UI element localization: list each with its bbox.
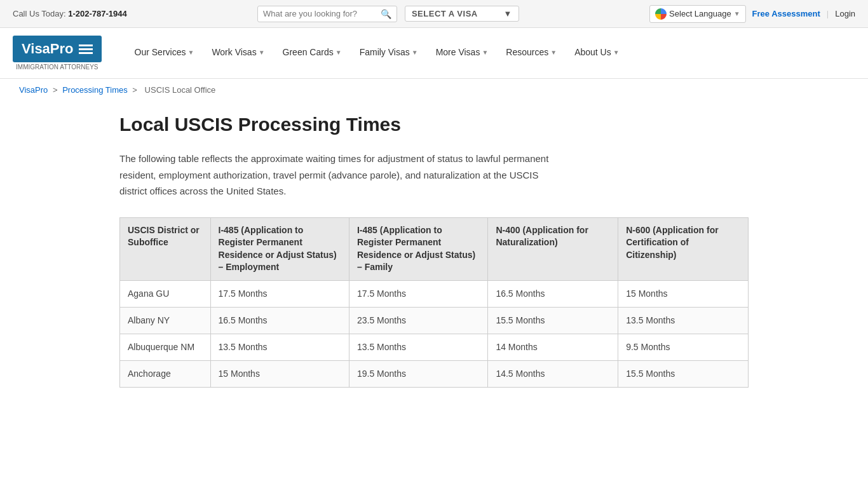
cell-col-4: 13.5 Months: [618, 307, 749, 334]
cell-col-3: 14.5 Months: [488, 360, 618, 387]
free-assessment-link[interactable]: Free Assessment: [752, 9, 820, 18]
google-g-icon: [655, 8, 667, 20]
nav-item-about-us[interactable]: About Us ▼: [567, 28, 627, 79]
processing-times-table: USCIS District or Suboffice I-485 (Appli…: [119, 217, 749, 388]
header-i485-family: I-485 (Application to Register Permanent…: [349, 217, 487, 280]
logo-text: VisaPro: [22, 41, 74, 57]
nav-item-work-visas[interactable]: Work Visas ▼: [204, 28, 272, 79]
separator: |: [827, 9, 829, 18]
cell-col-1: 17.5 Months: [210, 280, 349, 307]
chevron-down-icon: ▼: [504, 9, 512, 18]
nav-item-our-services[interactable]: Our Services ▼: [127, 28, 202, 79]
nav-label-more-visas: More Visas: [436, 47, 480, 57]
nav-label-work-visas: Work Visas: [212, 47, 256, 57]
search-icon[interactable]: 🔍: [381, 9, 391, 19]
nav-label-resources: Resources: [506, 47, 548, 57]
chevron-down-icon: ▼: [336, 49, 342, 56]
cell-col-4: 15 Months: [618, 280, 749, 307]
logo[interactable]: VisaPro IMMIGRATION ATTORNEYS: [13, 36, 102, 71]
chevron-down-icon: ▼: [613, 49, 620, 56]
table-header-row: USCIS District or Suboffice I-485 (Appli…: [120, 217, 749, 280]
nav-label-our-services: Our Services: [135, 47, 186, 57]
nav-links: Our Services ▼ Work Visas ▼ Green Cards …: [127, 28, 855, 79]
chevron-down-icon: ▼: [412, 49, 418, 56]
breadcrumb-current: USCIS Local Office: [145, 85, 216, 95]
call-label: Call Us Today:: [13, 9, 66, 18]
breadcrumb-visapro[interactable]: VisaPro: [19, 85, 48, 95]
table-row: Anchorage15 Months19.5 Months14.5 Months…: [120, 360, 749, 387]
nav-item-green-cards[interactable]: Green Cards ▼: [275, 28, 349, 79]
logo-subtitle: IMMIGRATION ATTORNEYS: [13, 64, 102, 71]
cell-col-2: 23.5 Months: [349, 307, 487, 334]
table-row: Agana GU17.5 Months17.5 Months16.5 Month…: [120, 280, 749, 307]
nav-bar: VisaPro IMMIGRATION ATTORNEYS Our Servic…: [0, 28, 868, 79]
main-content: Local USCIS Processing Times The followi…: [100, 101, 768, 413]
page-title: Local USCIS Processing Times: [119, 114, 749, 135]
header-i485-employment: I-485 (Application to Register Permanent…: [210, 217, 349, 280]
top-bar-right: Select Language ▼ Free Assessment | Logi…: [649, 5, 855, 23]
visa-select-label: SELECT A VISA: [412, 9, 478, 18]
cell-col-3: 15.5 Months: [488, 307, 618, 334]
cell-col-2: 13.5 Months: [349, 334, 487, 360]
login-link[interactable]: Login: [835, 9, 855, 18]
header-district: USCIS District or Suboffice: [120, 217, 211, 280]
cell-col-4: 9.5 Months: [618, 334, 749, 360]
breadcrumb-processing-times[interactable]: Processing Times: [62, 85, 128, 95]
cell-col-1: 15 Months: [210, 360, 349, 387]
cell-col-1: 13.5 Months: [210, 334, 349, 360]
logo-stripes: [79, 44, 93, 54]
page-description: The following table reflects the approxi…: [119, 151, 564, 200]
chevron-down-icon: ▼: [550, 49, 557, 56]
nav-label-green-cards: Green Cards: [283, 47, 334, 57]
nav-item-resources[interactable]: Resources ▼: [498, 28, 564, 79]
visa-select-dropdown[interactable]: SELECT A VISA ▼: [405, 6, 519, 22]
cell-col-4: 15.5 Months: [618, 360, 749, 387]
table-body: Agana GU17.5 Months17.5 Months16.5 Month…: [120, 280, 749, 387]
breadcrumb: VisaPro > Processing Times > USCIS Local…: [0, 79, 868, 101]
cell-col-3: 16.5 Months: [488, 280, 618, 307]
header-n600: N-600 (Application for Certification of …: [618, 217, 749, 280]
top-bar: Call Us Today: 1-202-787-1944 🔍 SELECT A…: [0, 0, 868, 28]
cell-district: Albany NY: [120, 307, 211, 334]
chevron-down-icon: ▼: [187, 49, 194, 56]
chevron-down-icon: ▼: [259, 49, 265, 56]
cell-col-1: 16.5 Months: [210, 307, 349, 334]
cell-col-2: 19.5 Months: [349, 360, 487, 387]
nav-label-about-us: About Us: [574, 47, 611, 57]
table-row: Albany NY16.5 Months23.5 Months15.5 Mont…: [120, 307, 749, 334]
top-bar-center: 🔍 SELECT A VISA ▼: [257, 6, 519, 22]
translate-label: Select Language: [669, 9, 731, 18]
header-n400: N-400 (Application for Naturalization): [488, 217, 618, 280]
nav-label-family-visas: Family Visas: [360, 47, 410, 57]
table-row: Albuquerque NM13.5 Months13.5 Months14 M…: [120, 334, 749, 360]
search-input[interactable]: [263, 9, 381, 18]
translate-chevron-icon: ▼: [734, 10, 740, 17]
breadcrumb-separator-2: >: [132, 85, 139, 95]
table-header: USCIS District or Suboffice I-485 (Appli…: [120, 217, 749, 280]
breadcrumb-separator-1: >: [53, 85, 60, 95]
cell-col-2: 17.5 Months: [349, 280, 487, 307]
cell-col-3: 14 Months: [488, 334, 618, 360]
cell-district: Anchorage: [120, 360, 211, 387]
nav-item-more-visas[interactable]: More Visas ▼: [428, 28, 496, 79]
chevron-down-icon: ▼: [482, 49, 488, 56]
cell-district: Albuquerque NM: [120, 334, 211, 360]
nav-item-family-visas[interactable]: Family Visas ▼: [352, 28, 426, 79]
cell-district: Agana GU: [120, 280, 211, 307]
phone-info: Call Us Today: 1-202-787-1944: [13, 9, 127, 18]
google-translate-button[interactable]: Select Language ▼: [649, 5, 746, 23]
logo-box: VisaPro: [13, 36, 102, 62]
phone-number: 1-202-787-1944: [68, 9, 127, 18]
search-box[interactable]: 🔍: [257, 6, 397, 22]
